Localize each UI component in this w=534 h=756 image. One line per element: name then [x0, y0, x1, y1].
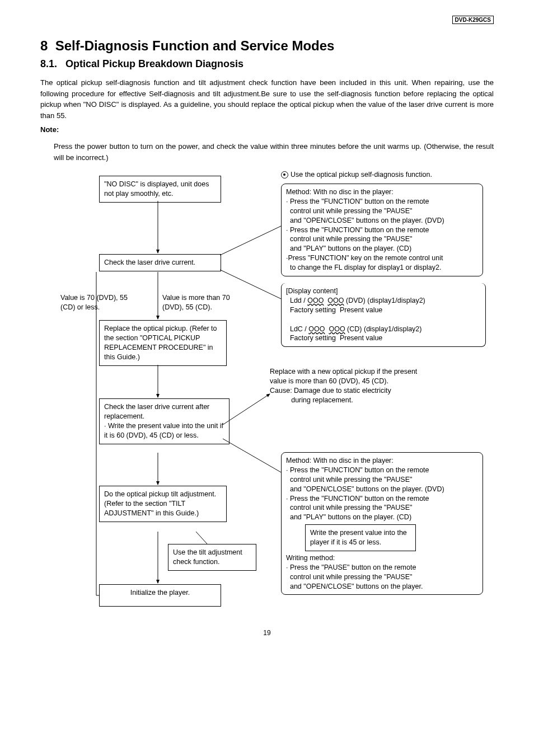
box-display: [Display content] Ldd / OOO OOO (DVD) (d…: [281, 283, 486, 347]
svg-line-8: [220, 226, 281, 255]
svg-line-10: [223, 394, 270, 425]
box-write-value: Write the present value into the player …: [305, 524, 416, 551]
box-no-disc: "NO DISC" is displayed, unit does not pl…: [99, 176, 221, 203]
svg-line-7: [196, 532, 207, 544]
intro-paragraph: The optical pickup self-diagnosis functi…: [40, 77, 494, 121]
bullet-icon: [281, 171, 288, 179]
model-tag: DVD-K29GCS: [452, 16, 494, 24]
label-value-low: Value is 70 (DVD), 55 (CD) or less.: [60, 293, 133, 312]
box-method1: Method: With no disc in the player: · Pr…: [281, 184, 483, 276]
subsection-title: 8.1. Optical Pickup Breakdown Diagnosis: [40, 58, 494, 70]
label-replace-if: Replace with a new optical pickup if the…: [270, 367, 460, 405]
note-text: Press the power button to turn on the po…: [54, 141, 494, 163]
box-tilt-fn: Use the tilt adjustment check function.: [168, 544, 256, 571]
box-check-current: Check the laser drive current.: [99, 254, 221, 271]
box-check-after: Check the laser drive current after repl…: [99, 398, 229, 444]
box-initialize: Initialize the player.: [99, 584, 221, 607]
page-number: 19: [40, 629, 494, 637]
svg-line-11: [223, 439, 281, 472]
page-title: 8 Self-Diagnosis Function and Service Mo…: [40, 38, 494, 54]
note-label: Note:: [40, 125, 494, 134]
box-tilt: Do the optical pickup tilt adjustment. (…: [99, 486, 227, 522]
box-replace-pickup: Replace the optical pickup. (Refer to th…: [99, 320, 227, 366]
flow-diagram: "NO DISC" is displayed, unit does not pl…: [40, 170, 494, 618]
label-value-high: Value is more than 70 (DVD), 55 (CD).: [162, 293, 238, 312]
label-use-fn: Use the optical pickup self-diagnosis fu…: [281, 170, 432, 180]
box-method2: Method: With no disc in the player: · Pr…: [281, 452, 483, 595]
